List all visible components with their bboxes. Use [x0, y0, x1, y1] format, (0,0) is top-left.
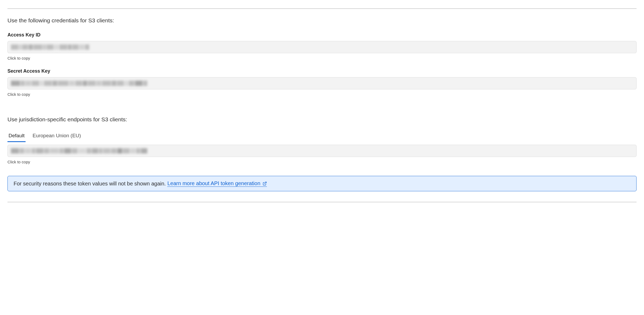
- endpoint-value-box[interactable]: [7, 145, 637, 157]
- endpoint-field-group: Click to copy: [7, 145, 637, 164]
- credentials-intro-text: Use the following credentials for S3 cli…: [7, 17, 637, 24]
- security-notice: For security reasons these token values …: [7, 176, 637, 191]
- external-link-icon: [263, 181, 267, 186]
- svg-line-0: [264, 182, 266, 184]
- endpoint-tabs: Default European Union (EU): [7, 131, 637, 142]
- secret-key-redacted-value: [11, 81, 147, 86]
- security-notice-text: For security reasons these token values …: [14, 181, 166, 187]
- secret-key-value-box[interactable]: [7, 77, 637, 89]
- access-key-value-box[interactable]: [7, 41, 637, 53]
- divider-bottom: [7, 202, 637, 202]
- endpoint-redacted-value: [11, 148, 147, 154]
- divider-top: [7, 9, 637, 9]
- access-key-label: Access Key ID: [7, 32, 637, 38]
- learn-more-link[interactable]: Learn more about API token generation: [167, 180, 267, 187]
- secret-key-helper-text: Click to copy: [7, 92, 637, 97]
- secret-key-field-group: Secret Access Key Click to copy: [7, 68, 637, 97]
- access-key-field-group: Access Key ID Click to copy: [7, 32, 637, 60]
- learn-more-link-text: Learn more about API token generation: [167, 180, 260, 186]
- tab-eu[interactable]: European Union (EU): [31, 131, 82, 142]
- access-key-helper-text: Click to copy: [7, 56, 637, 60]
- endpoints-intro-text: Use jurisdiction-specific endpoints for …: [7, 116, 637, 123]
- tab-default[interactable]: Default: [7, 131, 26, 142]
- endpoint-helper-text: Click to copy: [7, 160, 637, 164]
- access-key-redacted-value: [11, 44, 89, 50]
- secret-key-label: Secret Access Key: [7, 68, 637, 74]
